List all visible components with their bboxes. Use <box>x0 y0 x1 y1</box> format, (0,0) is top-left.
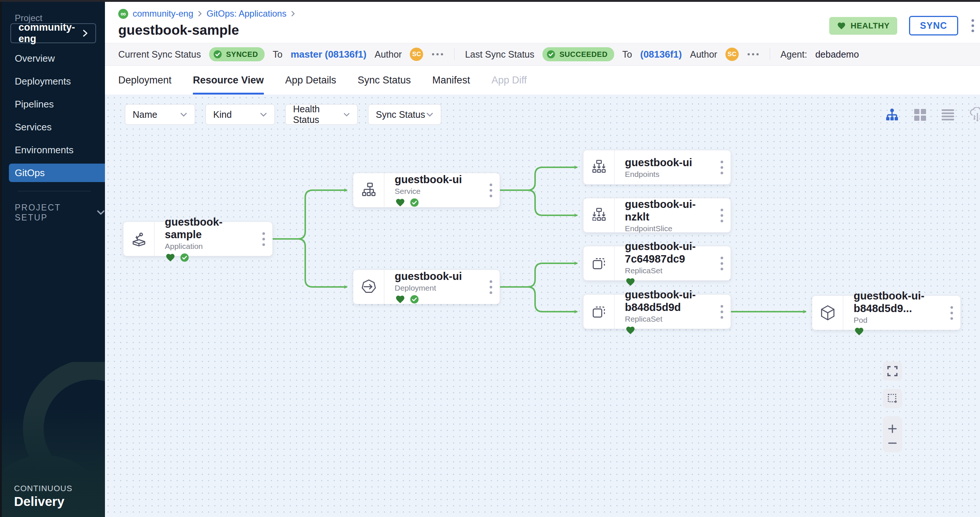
replicaset-icon <box>584 295 614 329</box>
sidebar-item-services[interactable]: Services <box>0 116 105 138</box>
node-menu-button[interactable] <box>713 150 730 184</box>
node-kind: Endpoints <box>625 170 713 179</box>
current-author-label: Author <box>375 49 402 60</box>
node-menu-button[interactable] <box>943 296 961 330</box>
current-more-button[interactable] <box>431 53 444 56</box>
filter-name-dropdown[interactable]: Name <box>125 104 195 125</box>
node-title: guestbook-ui <box>395 270 482 282</box>
node-title: guestbook-ui-b848d5d9... <box>854 290 943 315</box>
node-menu-button[interactable] <box>713 198 730 232</box>
node-kind: Deployment <box>395 284 482 292</box>
statusbar-divider <box>770 48 770 60</box>
resource-tree-canvas[interactable]: Name Kind Health Status Sync Status <box>105 95 980 517</box>
tab-deployment[interactable]: Deployment <box>118 66 172 95</box>
agent-value: debademo <box>815 49 859 60</box>
node-replicaset-guestbook-ui-b848d5d9d[interactable]: guestbook-ui-b848d5d9d ReplicaSet <box>583 294 731 329</box>
header-more-menu-button[interactable] <box>970 18 975 33</box>
node-menu-button[interactable] <box>482 270 500 304</box>
health-status-badge: HEALTHY <box>829 17 897 35</box>
grid-view-icon[interactable] <box>913 108 927 122</box>
current-to-label: To <box>273 49 282 60</box>
filter-kind-label: Kind <box>213 109 232 120</box>
node-status-icons <box>625 325 713 335</box>
sidebar-item-pipelines[interactable]: Pipelines <box>0 93 105 116</box>
last-more-button[interactable] <box>747 53 759 56</box>
filter-sync-status-dropdown[interactable]: Sync Status <box>368 104 441 125</box>
node-deployment-guestbook-ui[interactable]: guestbook-ui Deployment <box>353 270 500 304</box>
succeeded-badge: SUCCEEDED <box>542 47 614 61</box>
node-service-guestbook-ui[interactable]: guestbook-ui Service <box>353 173 500 208</box>
zoom-in-button[interactable] <box>883 424 902 433</box>
sidebar-item-environments[interactable]: Environments <box>0 138 105 162</box>
node-pod-guestbook-ui-b848d5d9[interactable]: guestbook-ui-b848d5d9... Pod <box>812 295 961 330</box>
node-title: guestbook-ui-7c64987dc9 <box>625 240 713 265</box>
sidebar-item-deployments[interactable]: Deployments <box>0 70 105 93</box>
node-replicaset-guestbook-ui-7c64987dc9[interactable]: guestbook-ui-7c64987dc9 ReplicaSet <box>583 246 731 281</box>
node-kind: Application <box>165 242 255 251</box>
list-view-icon[interactable] <box>941 109 955 121</box>
node-application-guestbook-sample[interactable]: guestbook-sample Application <box>123 222 273 256</box>
sync-button[interactable]: SYNC <box>909 16 958 35</box>
last-to-label: To <box>622 49 632 60</box>
node-menu-button[interactable] <box>482 173 500 207</box>
agent-label: Agent: <box>780 49 807 60</box>
tab-app-diff[interactable]: App Diff <box>492 66 527 95</box>
fit-to-screen-button[interactable] <box>883 362 902 381</box>
page-header: ∞ community-eng GitOps: Applications gue… <box>105 2 980 43</box>
node-kind: EndpointSlice <box>625 224 713 233</box>
node-menu-button[interactable] <box>255 222 272 256</box>
selection-zoom-button[interactable] <box>883 389 902 408</box>
node-title: guestbook-sample <box>165 216 255 241</box>
tree-view-icon[interactable] <box>885 108 899 122</box>
node-endpointslice-guestbook-ui-nzklt[interactable]: guestbook-ui-nzklt EndpointSlice <box>583 198 731 233</box>
node-title: guestbook-ui <box>625 157 713 169</box>
cloud-view-icon[interactable] <box>969 107 980 123</box>
last-revision-link[interactable]: (08136f1) <box>640 49 682 60</box>
brand-line-continuous: CONTINUOUS <box>14 484 72 493</box>
breadcrumb-applications-link[interactable]: GitOps: Applications <box>207 8 286 19</box>
node-status-icons <box>395 294 482 304</box>
sidebar-item-overview[interactable]: Overview <box>0 47 105 70</box>
tab-manifest[interactable]: Manifest <box>432 66 470 95</box>
current-sync-status-label: Current Sync Status <box>118 49 201 60</box>
application-icon <box>123 222 154 256</box>
brand-line-delivery: Delivery <box>14 494 72 509</box>
tab-bar: Deployment Resource View App Details Syn… <box>105 66 980 95</box>
node-kind: ReplicaSet <box>625 315 713 324</box>
project-setup-toggle[interactable]: PROJECT SETUP <box>15 203 105 223</box>
filter-kind-dropdown[interactable]: Kind <box>205 104 275 125</box>
endpointslice-icon <box>584 198 614 232</box>
tab-app-details[interactable]: App Details <box>285 66 336 95</box>
tab-sync-status[interactable]: Sync Status <box>358 66 411 95</box>
synced-badge: SYNCED <box>209 47 264 61</box>
sidebar: Project community-eng Overview Deploymen… <box>0 2 105 517</box>
zoom-out-button[interactable] <box>883 442 902 445</box>
sidebar-divider <box>18 191 91 191</box>
harness-gitops-app: Project community-eng Overview Deploymen… <box>0 0 980 517</box>
sidebar-item-gitops[interactable]: GitOps <box>9 163 105 182</box>
chevron-down-icon <box>180 112 187 117</box>
project-selector[interactable]: community-eng <box>10 23 96 43</box>
main-area: ∞ community-eng GitOps: Applications gue… <box>105 2 980 517</box>
last-author-avatar[interactable]: SC <box>725 48 739 61</box>
node-menu-button[interactable] <box>713 246 730 280</box>
module-brand: CONTINUOUS Delivery <box>14 484 72 509</box>
healthy-heart-icon <box>395 198 406 208</box>
current-author-avatar[interactable]: SC <box>410 48 423 61</box>
zoom-in-out-control <box>883 416 902 452</box>
synced-check-icon <box>409 198 419 208</box>
view-toggles <box>885 107 978 123</box>
canvas-controls <box>883 362 902 452</box>
current-revision-link[interactable]: master (08136f1) <box>290 49 366 60</box>
project-name: community-eng <box>19 22 83 45</box>
node-endpoints-guestbook-ui[interactable]: guestbook-ui Endpoints <box>583 150 731 185</box>
resource-filters: Name Kind Health Status Sync Status <box>125 104 441 125</box>
tab-resource-view[interactable]: Resource View <box>193 66 264 95</box>
node-status-icons <box>625 277 713 287</box>
breadcrumb-project-link[interactable]: community-eng <box>133 8 193 19</box>
node-menu-button[interactable] <box>713 295 730 329</box>
chevron-down-icon <box>260 112 267 117</box>
filter-health-status-dropdown[interactable]: Health Status <box>285 104 358 125</box>
node-title: guestbook-ui-b848d5d9d <box>625 289 713 314</box>
pod-icon <box>812 296 843 330</box>
